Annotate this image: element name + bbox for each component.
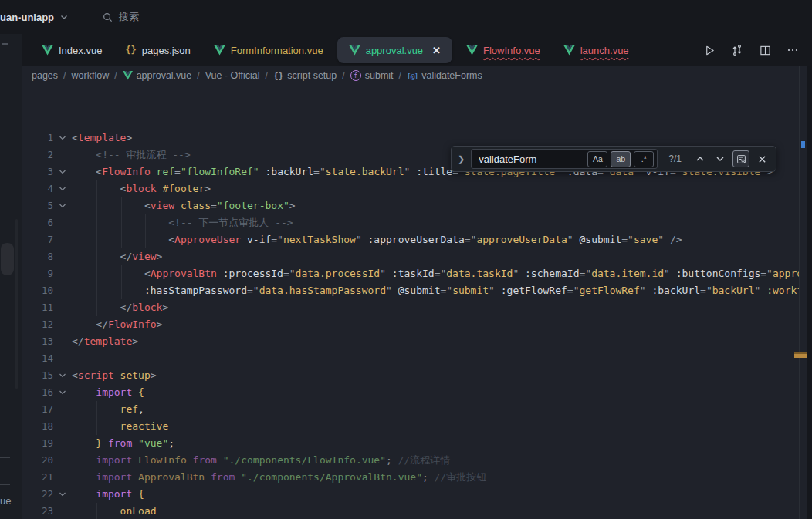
next-match-button[interactable] [712,151,728,167]
breadcrumb-item-workflow[interactable]: workflow [72,70,110,81]
fold-chevron-icon[interactable] [53,486,72,503]
split-editor-button[interactable] [755,40,775,60]
indent-guide [145,214,146,231]
line-content: import FlowInfo from "./components/FlowI… [72,452,812,469]
code-line-17[interactable]: 17 ref, [22,401,812,418]
code-line-18[interactable]: 18 reactive [22,418,812,435]
breadcrumb-item-pages[interactable]: pages [32,70,58,81]
chevron-up-icon [695,154,705,163]
find-widget: ❯ validateForm Aaab.* ?/1 [451,146,776,172]
chevron-down-icon[interactable] [60,13,68,21]
indent-guide [96,265,97,282]
line-number: 21 [22,469,53,486]
line-number: 16 [22,384,53,401]
fold-gutter [53,418,72,435]
sidebar-scrollbar-thumb[interactable] [1,243,14,275]
tab-pages.json[interactable]: {}pages.json [113,34,201,66]
breadcrumb-separator: / [114,70,117,81]
indent-guide [96,180,97,197]
line-content: import { [72,384,812,401]
compare-changes-button[interactable] [727,40,747,60]
code-line-16[interactable]: 16 import { [22,384,812,401]
code-line-7[interactable]: 7 <ApproveUser v-if="nextTaskShow" :appr… [22,231,812,248]
line-content: } from "vue"; [72,435,812,452]
line-number: 4 [22,180,53,197]
code-line-12[interactable]: 12 </FlowInfo> [22,316,812,333]
tab-Index.vue[interactable]: Index.vue [30,34,113,66]
indent-guide [121,214,122,231]
code-editor[interactable]: 1<template>2 <!-- 审批流程 -->3 <FlowInfo re… [22,85,812,519]
indent-guide [73,231,73,248]
find-expand-chevron-icon[interactable]: ❯ [458,154,465,164]
breadcrumb-label: pages [32,70,58,81]
code-line-6[interactable]: 6 <!-- 下一节点审批人 --> [22,214,812,231]
fold-chevron-icon[interactable] [53,163,72,180]
regex-toggle[interactable]: .* [634,151,654,167]
line-number: 6 [22,214,53,231]
fold-gutter [53,350,72,367]
code-line-13[interactable]: 13</template> [22,333,812,350]
breadcrumb-separator: / [63,70,66,81]
fold-chevron-icon[interactable] [53,180,72,197]
code-line-11[interactable]: 11 </block> [22,299,812,316]
search-icon [103,12,113,22]
code-line-22[interactable]: 22 import { [22,486,812,503]
line-content: <ApproveUser v-if="nextTaskShow" :approv… [72,231,812,248]
line-number: 12 [22,316,53,333]
breadcrumb-label: Vue - Official [205,70,260,81]
more-actions-button[interactable] [783,40,803,60]
indent-guide [73,214,73,231]
fold-chevron-icon[interactable] [53,384,72,401]
code-line-15[interactable]: 15<script setup> [22,367,812,384]
sidebar-filename-fragment[interactable]: ue [0,495,11,507]
tab-label: pages.json [142,45,191,56]
match-case-toggle[interactable]: Aa [587,151,607,167]
find-input[interactable]: validateForm Aaab.* [471,149,658,169]
line-number: 1 [22,130,53,147]
fold-chevron-icon[interactable] [53,197,72,214]
play-icon [704,45,716,56]
code-line-20[interactable]: 20 import FlowInfo from "./components/Fl… [22,452,812,469]
vue-icon [214,45,225,56]
fold-chevron-icon[interactable] [53,367,72,384]
line-number: 5 [22,197,53,214]
close-icon[interactable]: ✕ [432,45,441,56]
tab-FormInformation.vue[interactable]: FormInformation.vue [202,34,335,66]
breadcrumb-item-approval.vue[interactable]: approval.vue [123,70,192,81]
tab-approval.vue[interactable]: approval.vue✕ [337,37,452,63]
code-line-1[interactable]: 1<template> [22,130,812,147]
json-braces-icon: {} [125,45,136,56]
tab-launch.vue[interactable]: launch.vue [552,34,641,66]
breadcrumb-item-script-setup[interactable]: {}script setup [273,70,337,81]
fold-gutter [53,282,72,299]
overview-ruler[interactable] [799,66,807,519]
code-line-4[interactable]: 4 <block #footer> [22,180,812,197]
tab-FlowInfo.vue[interactable]: FlowInfo.vue [455,34,552,66]
line-number: 19 [22,435,53,452]
breadcrumb-label: validateForms [421,70,482,81]
find-in-selection-button[interactable] [732,150,749,167]
breadcrumb-separator: / [266,70,268,81]
run-button[interactable] [699,40,719,60]
code-line-8[interactable]: 8 </view> [22,248,812,265]
code-line-21[interactable]: 21 import ApprovalBtn from "./components… [22,469,812,486]
vue-icon [349,45,360,56]
previous-match-button[interactable] [692,151,708,167]
fold-chevron-icon[interactable] [53,130,72,147]
project-name[interactable]: uan-uniapp [0,12,54,23]
line-content: <ApprovalBtn :processId="data.processId"… [72,265,812,282]
code-line-9[interactable]: 9 <ApprovalBtn :processId="data.processI… [22,265,812,282]
code-line-10[interactable]: 10 :hasStampPassword="data.hasStampPassw… [22,282,812,299]
code-line-23[interactable]: 23 onLoad [22,503,812,519]
find-query-text[interactable]: validateForm [479,153,584,165]
breadcrumb-item-validateforms[interactable]: [@]validateForms [407,70,482,81]
whole-word-toggle[interactable]: ab [611,151,631,167]
breadcrumb-item-vue---official[interactable]: Vue - Official [205,70,260,81]
breadcrumb-item-submit[interactable]: fsubmit [350,70,394,81]
code-line-19[interactable]: 19 } from "vue"; [22,435,812,452]
code-line-14[interactable]: 14 [22,350,812,367]
find-match-count: ?/1 [668,153,682,164]
code-line-5[interactable]: 5 <view class="footer-box"> [22,197,812,214]
close-find-button[interactable] [754,151,770,167]
global-search[interactable]: 搜索 [103,10,139,24]
